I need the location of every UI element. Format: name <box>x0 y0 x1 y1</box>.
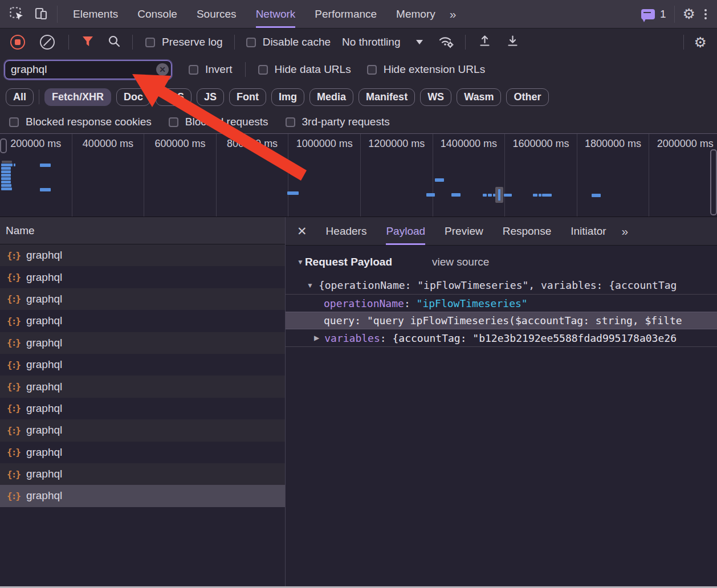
pill-wasm[interactable]: Wasm <box>457 88 501 106</box>
tab-memory[interactable]: Memory <box>396 0 435 28</box>
issues-counter[interactable]: 1 <box>641 0 666 28</box>
table-row[interactable]: {:}graphql <box>0 288 285 310</box>
details-tab-headers[interactable]: Headers <box>326 217 367 245</box>
pill-ws[interactable]: WS <box>420 88 451 106</box>
timeline-tick-label: 1600000 ms <box>505 138 577 150</box>
search-icon <box>108 35 121 48</box>
overview-request-bar <box>435 178 444 182</box>
tab-console[interactable]: Console <box>137 0 177 28</box>
overview-left-scroll-thumb[interactable] <box>0 138 7 153</box>
table-row[interactable]: {:}graphql <box>0 332 285 354</box>
table-row[interactable]: {:}graphql <box>0 266 285 288</box>
table-row[interactable]: {:}graphql <box>0 354 285 375</box>
table-row[interactable]: {:}graphql <box>0 244 285 266</box>
inspect-element-button[interactable] <box>9 0 25 28</box>
request-name: graphql <box>26 271 62 284</box>
disable-cache-checkbox[interactable]: Disable cache <box>246 36 331 48</box>
clear-network-log-button[interactable] <box>40 35 55 50</box>
invert-checkbox[interactable]: Invert <box>189 63 233 76</box>
network-settings-button[interactable]: ⚙ <box>694 35 707 50</box>
blocked-response-cookies-checkbox[interactable]: Blocked response cookies <box>9 116 152 128</box>
record-network-log-button[interactable] <box>10 35 25 50</box>
filter-toggle-button[interactable] <box>81 35 95 50</box>
timeline-segment: 1600000 ms <box>505 134 577 217</box>
checkbox-icon <box>189 65 198 75</box>
blocked-requests-checkbox[interactable]: Blocked requests <box>169 116 268 128</box>
details-tab-preview[interactable]: Preview <box>445 217 483 245</box>
payload-view: ▼ Request Payload view source ▼{operatio… <box>286 246 717 347</box>
name-header-label: Name <box>6 224 35 237</box>
hide-data-urls-checkbox[interactable]: Hide data URLs <box>258 63 351 76</box>
wifi-gear-icon <box>438 34 455 48</box>
collapsed-triangle-icon[interactable]: ▶ <box>314 334 319 342</box>
clear-filter-button[interactable]: ✕ <box>156 63 169 76</box>
pill-fetch-xhr[interactable]: Fetch/XHR <box>44 88 111 106</box>
details-tab-response[interactable]: Response <box>503 217 552 245</box>
details-tabs: HeadersPayloadPreviewResponseInitiator <box>316 217 616 245</box>
overview-request-bar <box>483 194 487 197</box>
timeline-segment: 1000000 ms <box>288 134 361 217</box>
pill-manifest[interactable]: Manifest <box>358 88 415 106</box>
pill-img[interactable]: Img <box>271 88 304 106</box>
pill-js[interactable]: JS <box>197 88 224 106</box>
details-tab-payload[interactable]: Payload <box>386 217 425 245</box>
overview-right-scroll-thumb[interactable] <box>710 149 717 215</box>
divider <box>683 35 684 50</box>
tab-performance[interactable]: Performance <box>315 0 377 28</box>
pill-other[interactable]: Other <box>506 88 548 106</box>
details-tab-initiator[interactable]: Initiator <box>571 217 606 245</box>
overview-marker-tick <box>498 189 500 201</box>
name-column-header[interactable]: Name <box>0 217 285 244</box>
3rd-party-requests-checkbox[interactable]: 3rd-party requests <box>286 116 390 128</box>
tab-elements[interactable]: Elements <box>73 0 118 28</box>
throttling-value: No throttling <box>342 36 400 48</box>
request-name: graphql <box>26 358 62 371</box>
payload-row[interactable]: ▶variables: {accountTag: "b12e3b2192ee55… <box>286 329 717 347</box>
timeline-tick-label: 600000 ms <box>144 138 216 150</box>
request-payload-section[interactable]: ▼ Request Payload view source <box>286 254 717 271</box>
table-row[interactable]: {:}graphql <box>0 375 285 397</box>
search-button[interactable] <box>108 35 121 50</box>
export-har-button[interactable] <box>506 34 519 50</box>
pill-css[interactable]: CSS <box>156 88 192 106</box>
more-details-tabs-button[interactable]: » <box>622 217 628 245</box>
timeline-segment: 1800000 ms <box>577 134 650 217</box>
network-overview-timeline[interactable]: 200000 ms400000 ms600000 ms800000 ms1000… <box>0 133 717 218</box>
overview-request-bar <box>14 164 15 166</box>
timeline-segment: 400000 ms <box>72 134 145 217</box>
blocked-requests-label: Blocked requests <box>185 116 268 128</box>
table-row[interactable]: {:}graphql <box>0 419 285 441</box>
toggle-device-toolbar-button[interactable] <box>34 0 49 28</box>
expanded-triangle-icon[interactable]: ▼ <box>307 281 313 289</box>
more-panels-button[interactable]: » <box>450 0 455 28</box>
table-row[interactable]: {:}graphql <box>0 310 285 332</box>
timeline-tick-label: 1800000 ms <box>577 138 649 150</box>
import-har-button[interactable] <box>478 34 491 50</box>
customize-devtools-button[interactable] <box>704 0 707 28</box>
settings-button[interactable]: ⚙ <box>683 0 695 28</box>
table-row[interactable]: {:}graphql <box>0 463 285 485</box>
payload-row[interactable]: operationName: "ipFlowTimeseries" <box>286 294 717 312</box>
pill-all[interactable]: All <box>6 88 34 106</box>
tab-sources[interactable]: Sources <box>197 0 237 28</box>
view-source-link[interactable]: view source <box>432 256 489 268</box>
preserve-log-checkbox[interactable]: Preserve log <box>145 36 223 48</box>
tab-network[interactable]: Network <box>256 0 296 28</box>
payload-separator: : <box>380 332 393 344</box>
request-payload-title: Request Payload <box>305 256 392 268</box>
pill-font[interactable]: Font <box>229 88 266 106</box>
funnel-icon <box>81 35 95 48</box>
close-details-button[interactable]: ✕ <box>297 217 307 245</box>
checkbox-icon <box>169 117 178 127</box>
payload-row[interactable]: ▼{operationName: "ipFlowTimeseries", var… <box>286 276 717 294</box>
throttling-select[interactable]: No throttling <box>342 36 423 48</box>
network-conditions-button[interactable] <box>438 34 455 51</box>
pill-doc[interactable]: Doc <box>116 88 150 106</box>
table-row[interactable]: {:}graphql <box>0 485 285 507</box>
hide-extension-urls-checkbox[interactable]: Hide extension URLs <box>367 63 485 76</box>
table-row[interactable]: {:}graphql <box>0 442 285 463</box>
payload-row[interactable]: query: "query ipFlowTimeseries($accountT… <box>286 312 717 329</box>
pill-media[interactable]: Media <box>309 88 353 106</box>
table-row[interactable]: {:}graphql <box>0 398 285 419</box>
filter-input[interactable] <box>5 60 172 79</box>
